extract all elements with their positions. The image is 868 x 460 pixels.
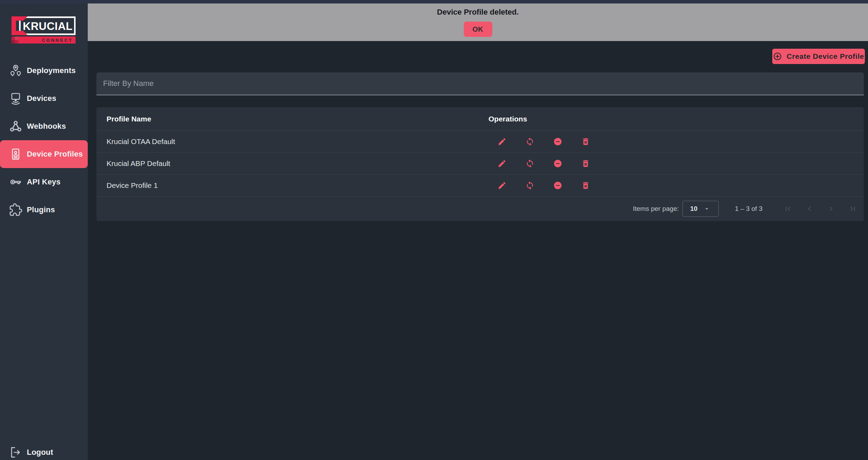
sidebar: KRUCIAL CONNECT Deployments — [0, 3, 88, 460]
table-row: Krucial ABP Default — [96, 152, 864, 174]
filter-card — [96, 72, 864, 95]
logout-icon — [9, 446, 22, 459]
map-pins-icon — [9, 64, 22, 77]
next-page-button[interactable] — [827, 204, 836, 213]
snackbar: Device Profile deleted. OK — [88, 3, 868, 41]
sync-icon[interactable] — [525, 137, 534, 146]
sidebar-item-plugins[interactable]: Plugins — [0, 196, 88, 224]
plus-circle-icon — [773, 52, 782, 61]
column-header-operations: Operations — [488, 115, 864, 123]
sidebar-item-label: Plugins — [27, 205, 55, 214]
disable-icon[interactable] — [553, 159, 562, 168]
sidebar-item-webhooks[interactable]: Webhooks — [0, 112, 88, 140]
webhook-icon — [9, 120, 22, 133]
edit-icon[interactable] — [498, 137, 507, 146]
logo-subtitle-text: CONNECT — [42, 38, 73, 43]
sidebar-item-device-profiles[interactable]: Device Profiles — [0, 140, 88, 168]
table-row: Krucial OTAA Default — [96, 130, 864, 152]
first-page-button[interactable] — [783, 204, 792, 213]
delete-icon[interactable] — [581, 137, 590, 146]
delete-icon[interactable] — [581, 181, 590, 190]
logout-button[interactable]: Logout — [0, 443, 88, 460]
edit-icon[interactable] — [498, 181, 507, 190]
column-header-profile-name: Profile Name — [96, 115, 488, 123]
previous-page-button[interactable] — [805, 204, 814, 213]
sync-icon[interactable] — [525, 181, 534, 190]
table-header-row: Profile Name Operations — [96, 107, 864, 130]
sidebar-item-label: Deployments — [27, 66, 76, 75]
device-signal-icon — [9, 92, 22, 105]
id-badge-icon — [9, 148, 22, 161]
logo-brand-text: KRUCIAL — [23, 20, 73, 32]
last-page-icon — [848, 204, 857, 213]
sidebar-item-deployments[interactable]: Deployments — [0, 57, 88, 85]
profile-name-cell: Krucial ABP Default — [96, 159, 488, 168]
create-device-profile-label: Create Device Profile — [787, 52, 864, 61]
krucial-logo-graphic: KRUCIAL CONNECT — [11, 16, 76, 43]
ok-button[interactable]: OK — [464, 22, 492, 37]
key-icon — [9, 175, 22, 189]
delete-icon[interactable] — [581, 159, 590, 168]
krucial-logo: KRUCIAL CONNECT — [11, 16, 76, 43]
operations-cell — [488, 159, 864, 168]
snackbar-message: Device Profile deleted. — [437, 8, 519, 17]
sidebar-item-api-keys[interactable]: API Keys — [0, 168, 88, 196]
profile-name-cell: Krucial OTAA Default — [96, 137, 488, 146]
page-size-select[interactable]: 10 — [682, 201, 719, 217]
first-page-icon — [783, 204, 792, 213]
puzzle-icon — [9, 203, 22, 216]
profile-name-cell: Device Profile 1 — [96, 181, 488, 190]
operations-cell — [488, 181, 864, 190]
edit-icon[interactable] — [498, 159, 507, 168]
table-row: Device Profile 1 — [96, 174, 864, 196]
page-size-value: 10 — [690, 205, 697, 213]
sidebar-item-label: Device Profiles — [27, 150, 83, 159]
sidebar-item-label: API Keys — [27, 177, 61, 187]
disable-icon[interactable] — [553, 181, 562, 190]
sidebar-item-label: Webhooks — [27, 122, 66, 131]
chevron-left-icon — [805, 204, 814, 213]
top-strip — [0, 0, 868, 3]
chevron-right-icon — [827, 204, 836, 213]
last-page-button[interactable] — [848, 204, 857, 213]
filter-input[interactable] — [96, 72, 864, 95]
page-range-label: 1 – 3 of 3 — [735, 205, 763, 213]
sidebar-nav: Deployments Devices — [0, 57, 88, 224]
logout-label: Logout — [27, 448, 53, 457]
sidebar-item-label: Devices — [27, 94, 56, 103]
disable-icon[interactable] — [553, 137, 562, 146]
sidebar-item-devices[interactable]: Devices — [0, 85, 88, 112]
operations-cell — [488, 137, 864, 146]
pager-buttons — [783, 204, 857, 213]
sync-icon[interactable] — [525, 159, 534, 168]
chevron-down-icon — [703, 205, 711, 213]
device-profiles-table: Profile Name Operations Krucial OTAA Def… — [96, 107, 864, 221]
items-per-page-label: Items per page: — [633, 205, 679, 213]
create-device-profile-button[interactable]: Create Device Profile — [772, 49, 865, 64]
paginator: Items per page: 10 1 – 3 of 3 — [96, 196, 864, 221]
